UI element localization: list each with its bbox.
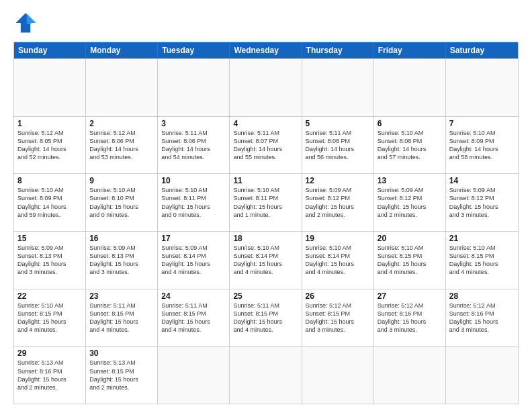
cell-info: Sunrise: 5:10 AM Sunset: 8:15 PM Dayligh…: [449, 244, 498, 275]
cal-cell: 18Sunrise: 5:10 AM Sunset: 8:14 PM Dayli…: [230, 232, 302, 289]
cell-info: Sunrise: 5:11 AM Sunset: 8:15 PM Dayligh…: [161, 302, 210, 333]
cell-info: Sunrise: 5:09 AM Sunset: 8:12 PM Dayligh…: [449, 187, 498, 218]
day-number: 18: [233, 234, 298, 243]
cal-cell: [302, 347, 374, 404]
cell-info: Sunrise: 5:12 AM Sunset: 8:06 PM Dayligh…: [89, 130, 138, 161]
logo-icon: [13, 11, 38, 35]
cal-cell: 8Sunrise: 5:10 AM Sunset: 8:09 PM Daylig…: [14, 174, 86, 231]
day-number: 8: [17, 176, 82, 185]
header-cell-monday: Monday: [86, 42, 158, 58]
cal-cell: 11Sunrise: 5:10 AM Sunset: 8:11 PM Dayli…: [230, 174, 302, 231]
calendar-row-2: 8Sunrise: 5:10 AM Sunset: 8:09 PM Daylig…: [14, 173, 518, 231]
day-number: 6: [378, 119, 442, 128]
logo: [13, 11, 42, 35]
header-cell-sunday: Sunday: [14, 42, 86, 58]
cal-cell: 7Sunrise: 5:10 AM Sunset: 8:09 PM Daylig…: [446, 117, 518, 174]
cal-cell: 21Sunrise: 5:10 AM Sunset: 8:15 PM Dayli…: [446, 232, 518, 289]
cal-cell: 9Sunrise: 5:10 AM Sunset: 8:10 PM Daylig…: [86, 174, 158, 231]
cell-info: Sunrise: 5:12 AM Sunset: 8:16 PM Dayligh…: [449, 302, 498, 333]
cell-info: Sunrise: 5:10 AM Sunset: 8:11 PM Dayligh…: [233, 187, 282, 218]
cal-cell: 19Sunrise: 5:10 AM Sunset: 8:14 PM Dayli…: [302, 232, 374, 289]
cell-info: Sunrise: 5:11 AM Sunset: 8:15 PM Dayligh…: [233, 302, 282, 333]
cal-cell: 22Sunrise: 5:10 AM Sunset: 8:15 PM Dayli…: [14, 289, 86, 347]
cal-cell: [158, 347, 230, 404]
calendar: SundayMondayTuesdayWednesdayThursdayFrid…: [13, 42, 519, 404]
day-number: 24: [161, 291, 226, 301]
day-number: 30: [89, 349, 154, 358]
cal-cell: [158, 59, 230, 116]
cal-cell: [230, 347, 302, 404]
cal-cell: 23Sunrise: 5:11 AM Sunset: 8:15 PM Dayli…: [86, 289, 158, 347]
cal-cell: 27Sunrise: 5:12 AM Sunset: 8:16 PM Dayli…: [374, 289, 446, 347]
cal-cell: 12Sunrise: 5:09 AM Sunset: 8:12 PM Dayli…: [302, 174, 374, 231]
page: SundayMondayTuesdayWednesdayThursdayFrid…: [0, 0, 532, 411]
cal-cell: [374, 59, 446, 116]
day-number: 3: [161, 119, 226, 128]
day-number: 27: [378, 291, 442, 301]
cell-info: Sunrise: 5:13 AM Sunset: 8:15 PM Dayligh…: [89, 359, 138, 390]
cal-cell: 6Sunrise: 5:10 AM Sunset: 8:08 PM Daylig…: [374, 117, 446, 174]
calendar-header-row: SundayMondayTuesdayWednesdayThursdayFrid…: [14, 42, 518, 58]
cal-cell: 4Sunrise: 5:11 AM Sunset: 8:07 PM Daylig…: [230, 117, 302, 174]
cal-cell: 15Sunrise: 5:09 AM Sunset: 8:13 PM Dayli…: [14, 232, 86, 289]
day-number: 29: [17, 349, 82, 358]
day-number: 10: [161, 176, 226, 185]
header-cell-thursday: Thursday: [302, 42, 374, 58]
cell-info: Sunrise: 5:09 AM Sunset: 8:12 PM Dayligh…: [378, 187, 427, 218]
day-number: 5: [306, 119, 370, 128]
cell-info: Sunrise: 5:09 AM Sunset: 8:13 PM Dayligh…: [17, 244, 66, 275]
cal-cell: 30Sunrise: 5:13 AM Sunset: 8:15 PM Dayli…: [86, 347, 158, 404]
day-number: 23: [89, 291, 154, 301]
cell-info: Sunrise: 5:09 AM Sunset: 8:12 PM Dayligh…: [306, 187, 355, 218]
svg-marker-1: [27, 13, 36, 24]
cal-cell: [302, 59, 374, 116]
cell-info: Sunrise: 5:11 AM Sunset: 8:07 PM Dayligh…: [233, 130, 282, 161]
day-number: 25: [233, 291, 298, 301]
calendar-row-1: 1Sunrise: 5:12 AM Sunset: 8:05 PM Daylig…: [14, 116, 518, 174]
cal-cell: 26Sunrise: 5:12 AM Sunset: 8:15 PM Dayli…: [302, 289, 374, 347]
cell-info: Sunrise: 5:10 AM Sunset: 8:09 PM Dayligh…: [17, 187, 66, 218]
cell-info: Sunrise: 5:10 AM Sunset: 8:15 PM Dayligh…: [17, 302, 66, 333]
cell-info: Sunrise: 5:10 AM Sunset: 8:15 PM Dayligh…: [378, 244, 427, 275]
cell-info: Sunrise: 5:11 AM Sunset: 8:06 PM Dayligh…: [161, 130, 210, 161]
day-number: 12: [306, 176, 370, 185]
cal-cell: [86, 59, 158, 116]
day-number: 15: [17, 234, 82, 243]
day-number: 20: [378, 234, 442, 243]
cell-info: Sunrise: 5:12 AM Sunset: 8:15 PM Dayligh…: [306, 302, 355, 333]
cell-info: Sunrise: 5:13 AM Sunset: 8:16 PM Dayligh…: [17, 359, 66, 390]
day-number: 7: [449, 119, 515, 128]
day-number: 11: [233, 176, 298, 185]
cell-info: Sunrise: 5:11 AM Sunset: 8:08 PM Dayligh…: [306, 130, 355, 161]
cal-cell: 1Sunrise: 5:12 AM Sunset: 8:05 PM Daylig…: [14, 117, 86, 174]
day-number: 2: [89, 119, 154, 128]
cell-info: Sunrise: 5:10 AM Sunset: 8:10 PM Dayligh…: [89, 187, 138, 218]
cal-cell: 10Sunrise: 5:10 AM Sunset: 8:11 PM Dayli…: [158, 174, 230, 231]
day-number: 1: [17, 119, 82, 128]
cell-info: Sunrise: 5:09 AM Sunset: 8:14 PM Dayligh…: [161, 244, 210, 275]
calendar-body: 1Sunrise: 5:12 AM Sunset: 8:05 PM Daylig…: [14, 58, 518, 404]
cal-cell: 5Sunrise: 5:11 AM Sunset: 8:08 PM Daylig…: [302, 117, 374, 174]
day-number: 22: [17, 291, 82, 301]
cell-info: Sunrise: 5:10 AM Sunset: 8:11 PM Dayligh…: [161, 187, 210, 218]
day-number: 13: [378, 176, 442, 185]
cal-cell: [446, 347, 518, 404]
header-cell-friday: Friday: [374, 42, 446, 58]
day-number: 17: [161, 234, 226, 243]
cal-cell: [446, 59, 518, 116]
cell-info: Sunrise: 5:10 AM Sunset: 8:14 PM Dayligh…: [233, 244, 282, 275]
cal-cell: 14Sunrise: 5:09 AM Sunset: 8:12 PM Dayli…: [446, 174, 518, 231]
cell-info: Sunrise: 5:11 AM Sunset: 8:15 PM Dayligh…: [89, 302, 138, 333]
day-number: 28: [449, 291, 515, 301]
cell-info: Sunrise: 5:10 AM Sunset: 8:08 PM Dayligh…: [378, 130, 427, 161]
day-number: 14: [449, 176, 515, 185]
header-cell-tuesday: Tuesday: [158, 42, 230, 58]
calendar-row-3: 15Sunrise: 5:09 AM Sunset: 8:13 PM Dayli…: [14, 231, 518, 289]
cal-cell: 24Sunrise: 5:11 AM Sunset: 8:15 PM Dayli…: [158, 289, 230, 347]
day-number: 19: [306, 234, 370, 243]
cal-cell: 20Sunrise: 5:10 AM Sunset: 8:15 PM Dayli…: [374, 232, 446, 289]
day-number: 9: [89, 176, 154, 185]
calendar-row-5: 29Sunrise: 5:13 AM Sunset: 8:16 PM Dayli…: [14, 346, 518, 404]
calendar-row-4: 22Sunrise: 5:10 AM Sunset: 8:15 PM Dayli…: [14, 289, 518, 347]
day-number: 26: [306, 291, 370, 301]
